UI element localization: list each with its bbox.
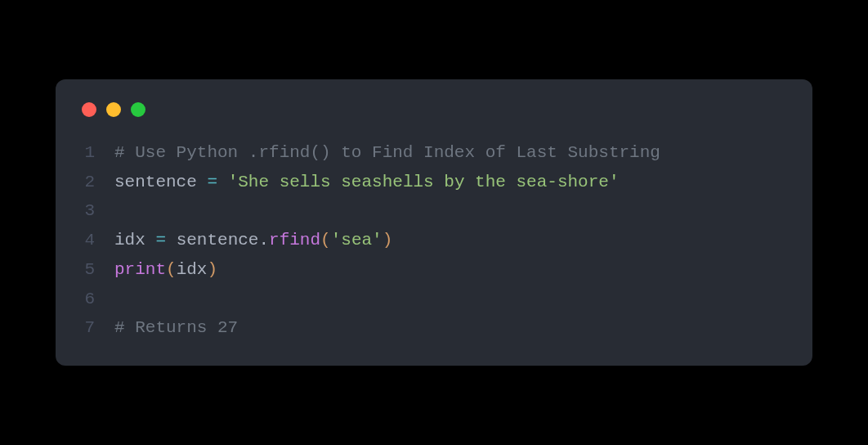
line-content: idx = sentence.rfind('sea') (114, 226, 786, 255)
code-line: 2sentence = 'She sells seashells by the … (78, 168, 786, 197)
code-token: idx (114, 231, 155, 249)
code-line: 5print(idx) (78, 255, 786, 285)
code-line: 6 (78, 285, 786, 314)
line-content: print(idx) (114, 255, 786, 285)
code-line: 1# Use Python .rfind() to Find Index of … (78, 138, 786, 168)
minimize-icon[interactable] (106, 102, 121, 117)
code-token: sentence. (166, 231, 269, 249)
code-token: # Use Python .rfind() to Find Index of L… (114, 143, 660, 162)
code-line: 3 (78, 196, 786, 226)
line-number: 4 (78, 226, 114, 255)
code-token: ) (383, 231, 393, 249)
code-line: 7# Returns 27 (78, 313, 786, 343)
window-titlebar (78, 102, 786, 117)
code-token: ( (166, 260, 177, 279)
code-token: ( (320, 231, 331, 249)
code-token (217, 173, 228, 191)
code-line: 4idx = sentence.rfind('sea') (78, 226, 786, 255)
close-icon[interactable] (82, 102, 96, 117)
code-token: ) (207, 260, 217, 279)
line-content (114, 285, 786, 314)
code-editor[interactable]: 1# Use Python .rfind() to Find Index of … (78, 138, 786, 343)
line-number: 6 (78, 285, 114, 314)
line-number: 2 (78, 168, 114, 197)
code-window: 1# Use Python .rfind() to Find Index of … (56, 79, 812, 366)
code-token: # Returns 27 (114, 318, 238, 337)
maximize-icon[interactable] (131, 102, 145, 117)
line-content: # Returns 27 (114, 313, 786, 343)
code-token: rfind (269, 231, 320, 249)
line-number: 1 (78, 138, 114, 168)
line-number: 7 (78, 313, 114, 343)
code-token: 'She sells seashells by the sea-shore' (228, 173, 620, 191)
code-token: sentence (114, 173, 207, 191)
line-number: 3 (78, 196, 114, 226)
line-number: 5 (78, 255, 114, 285)
code-token: idx (177, 260, 208, 279)
line-content: # Use Python .rfind() to Find Index of L… (114, 138, 786, 168)
code-token: = (207, 173, 217, 191)
line-content (114, 196, 786, 226)
code-token: 'sea' (331, 231, 383, 249)
code-token: = (155, 231, 166, 249)
line-content: sentence = 'She sells seashells by the s… (114, 168, 786, 197)
code-token: print (114, 260, 166, 279)
